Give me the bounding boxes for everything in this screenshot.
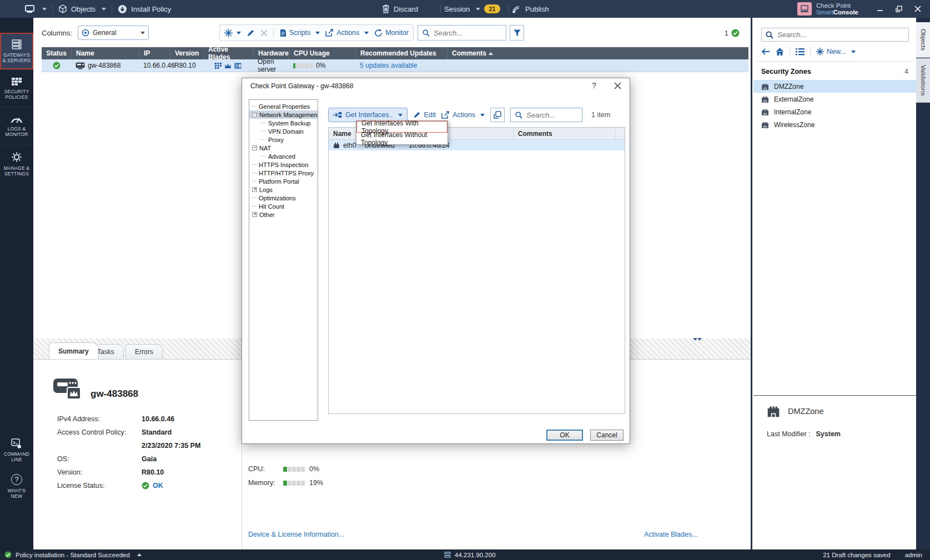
tree-item[interactable]: NAT [249, 144, 318, 152]
monitor-button[interactable]: Monitor [374, 29, 409, 37]
tree-item[interactable]: Other [249, 210, 318, 219]
tree-item[interactable]: Optimizations [249, 194, 318, 202]
interface-search[interactable] [510, 108, 582, 122]
delete-button[interactable] [260, 29, 268, 37]
memory-row: Memory: 19% [248, 479, 323, 487]
draft-changes[interactable]: 21 Draft changes saved [823, 552, 890, 558]
sidebar-item-logs-monitor[interactable]: LOGS & MONITOR [0, 107, 33, 144]
app-menu-icon [25, 5, 36, 13]
new-object-button[interactable] [224, 29, 241, 37]
column-status[interactable]: Status [42, 47, 71, 59]
column-comments[interactable]: Comments [513, 128, 615, 139]
tree-item[interactable]: VPN Domain [249, 127, 318, 135]
objects-menu-label: Objects [71, 5, 95, 13]
collapse-panel-button[interactable] [693, 341, 702, 349]
column-cpu-usage[interactable]: CPU Usage [289, 47, 355, 59]
zone-item-dmzzone[interactable]: DMZZone [753, 80, 917, 93]
tree-item[interactable]: General Properties [249, 102, 318, 110]
tree-item[interactable]: Advanced [249, 152, 318, 160]
column-version[interactable]: Version [170, 47, 203, 59]
objects-menu-button[interactable]: Objects [58, 4, 106, 13]
column-active-blades[interactable]: Active Blades [203, 47, 253, 59]
dialog-close-button[interactable] [614, 82, 621, 89]
open-window-button[interactable] [490, 108, 505, 122]
gateway-row[interactable]: gw-483868 10.66.0.46 R80.10 Open server … [42, 59, 748, 72]
column-comments[interactable]: Comments [447, 47, 748, 59]
column-recommended-updates[interactable]: Recommended Updates [355, 47, 447, 59]
sidebar-item-gateways-servers[interactable]: GATEWAYS & SERVERS [0, 33, 33, 69]
column-ip[interactable]: IP [139, 47, 170, 59]
dialog-navigation-tree: General Properties Network Management Sy… [249, 99, 318, 421]
zone-item-wirelesszone[interactable]: WirelessZone [753, 118, 917, 131]
discard-button[interactable]: Discard [382, 4, 418, 13]
app-menu-button[interactable] [25, 5, 47, 13]
help-button[interactable]: ? [592, 81, 596, 90]
interface-actions-button[interactable]: Actions [441, 111, 485, 119]
menu-item-get-without-topology[interactable]: Get Interfaces Without Topology [356, 133, 448, 144]
tree-item[interactable]: Hit Count [249, 202, 318, 210]
tree-item[interactable]: Logs [249, 185, 318, 194]
actions-button[interactable]: Actions [325, 29, 369, 37]
gateway-large-icon [53, 375, 82, 400]
cpu-meter [283, 467, 305, 472]
license-ok-icon [142, 482, 149, 490]
columns-dropdown[interactable]: General [78, 26, 149, 40]
ok-button[interactable]: OK [546, 430, 583, 441]
tab-errors[interactable]: Errors [125, 344, 163, 359]
search-input[interactable] [434, 29, 501, 37]
tree-item[interactable]: Proxy [249, 135, 318, 144]
sidebar-item-command-line[interactable]: COMMAND LINE [0, 433, 33, 467]
list-view-button[interactable] [796, 48, 805, 56]
install-policy-button[interactable]: Install Policy [118, 4, 171, 14]
edit-button[interactable] [247, 29, 255, 37]
scripts-icon [279, 29, 286, 37]
tree-item[interactable]: HTTPS Inspection [249, 160, 318, 169]
gateways-search[interactable] [418, 25, 506, 41]
logged-in-user[interactable]: admin [905, 552, 922, 558]
tab-summary[interactable]: Summary [49, 342, 98, 359]
modifier-label: Last Modifier : [767, 430, 811, 438]
activate-blades-link[interactable]: Activate Blades... [644, 531, 698, 538]
device-license-link[interactable]: Device & License Information... [248, 531, 344, 538]
zone-detail-panel: DMZZone Last Modifier : System [753, 395, 917, 548]
back-button[interactable] [761, 48, 770, 55]
home-button[interactable] [776, 48, 784, 56]
session-menu-button[interactable]: Session 21 [444, 4, 500, 13]
tree-item[interactable]: System Backup [249, 119, 318, 127]
cpu-meter [293, 63, 313, 68]
objects-search[interactable] [761, 28, 909, 42]
sidebar-item-whats-new[interactable]: ? WHAT'S NEW [0, 469, 33, 503]
modifier-value: System [816, 430, 841, 438]
maximize-button[interactable] [896, 6, 902, 12]
new-object-button[interactable]: New... [816, 48, 856, 56]
objects-search-input[interactable] [777, 31, 904, 39]
column-name[interactable]: Name [71, 47, 139, 59]
sidebar-item-label: MANAGE & SETTINGS [4, 165, 29, 176]
tree-item[interactable]: HTTP/HTTPS Proxy [249, 169, 318, 177]
publish-icon [512, 5, 521, 13]
sidebar-item-security-policies[interactable]: SECURITY POLICIES [0, 69, 33, 107]
tab-objects[interactable]: Objects [916, 22, 930, 58]
zone-item-externalzone[interactable]: ExternalZone [753, 93, 917, 105]
close-button[interactable] [914, 6, 921, 12]
smartconsole-logo: Check Point SmartConsole [797, 2, 858, 16]
filter-button[interactable] [510, 25, 524, 41]
left-navigation-rail: GATEWAYS & SERVERS SECURITY POLICIES LOG… [0, 18, 33, 549]
sidebar-item-label: SECURITY POLICIES [4, 89, 29, 100]
publish-button[interactable]: Publish [512, 5, 549, 13]
tree-item-selected[interactable]: Network Management [249, 110, 318, 119]
updates-link[interactable]: 5 updates available [360, 62, 417, 69]
scripts-button[interactable]: Scripts [279, 29, 320, 37]
interface-edit-button[interactable]: Edit [413, 111, 436, 119]
interface-icon [333, 142, 340, 149]
minimize-button[interactable] [877, 6, 883, 12]
tab-validations[interactable]: Validations [916, 58, 930, 103]
tree-item[interactable]: Platform Portal [249, 177, 318, 185]
install-policy-label: Install Policy [131, 5, 171, 13]
sidebar-item-manage-settings[interactable]: MANAGE & SETTINGS [0, 145, 33, 182]
zone-item-internalzone[interactable]: InternalZone [753, 105, 917, 118]
blade-monitor-icon [234, 63, 242, 69]
interface-search-input[interactable] [526, 111, 577, 119]
cancel-button[interactable]: Cancel [590, 430, 624, 441]
policy-status[interactable]: Policy installation - Standard Succeeded [4, 551, 142, 558]
